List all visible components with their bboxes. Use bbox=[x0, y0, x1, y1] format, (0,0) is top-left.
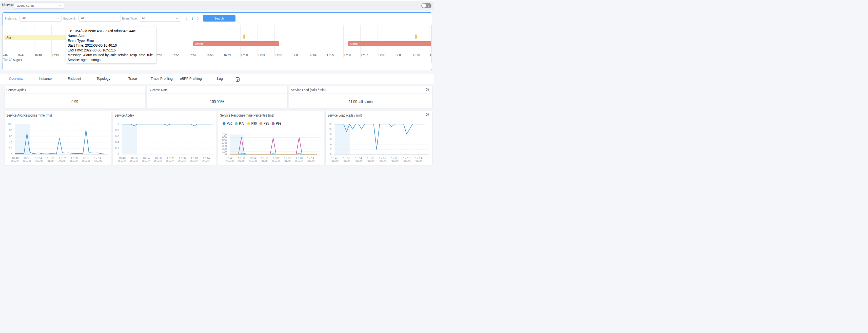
metric-value: 100.00% bbox=[161, 99, 273, 104]
tab-endpoint[interactable]: Endpoint bbox=[61, 74, 88, 84]
tooltip-line: Message: Alarm caused by Rule service_re… bbox=[68, 52, 143, 57]
timeline-gridline-stub bbox=[309, 51, 309, 58]
chart-xtick-label: 16:54 bbox=[143, 157, 150, 160]
timeline-axis-label: 17:05 bbox=[327, 53, 334, 57]
legend-label-p90[interactable]: P90 bbox=[251, 121, 257, 126]
timeline-axis-label: 17:08 bbox=[378, 53, 385, 57]
timeline-axis-label: 17:01 bbox=[258, 53, 265, 57]
chart-ytick-label: 4 bbox=[330, 143, 332, 146]
chart-ytick-label: 2 bbox=[330, 148, 332, 151]
info-icon[interactable] bbox=[426, 88, 429, 91]
tab-log[interactable]: Log bbox=[207, 74, 233, 84]
metric-value-unit: calls / min bbox=[358, 99, 373, 104]
event-item-error[interactable]: Alarm bbox=[193, 41, 279, 47]
chart-ytick-label: 10 bbox=[329, 128, 332, 131]
chart-ytick-label: 600 bbox=[222, 136, 227, 139]
chart-xtick-label: 17:06 bbox=[391, 157, 398, 160]
chart-xtick-label: 16:54 bbox=[35, 157, 42, 160]
metric-card-title: Service Load (calls / min) bbox=[291, 88, 326, 92]
chart-xtick-sublabel: 08–30 bbox=[226, 160, 234, 163]
event-item-error[interactable]: Alarm bbox=[348, 41, 431, 47]
tab-instance[interactable]: Instance bbox=[32, 74, 59, 84]
filter-label-event-type: Event Type: bbox=[122, 17, 137, 20]
chart-xtick-sublabel: 08–30 bbox=[142, 160, 150, 163]
chart-xtick-sublabel: 08–30 bbox=[23, 160, 31, 163]
timeline-gridline bbox=[377, 25, 378, 51]
chart-xtick-label: 17:02 bbox=[273, 157, 280, 160]
timeline-major-label: Tue 30 August bbox=[3, 58, 22, 62]
legend-marker-p95[interactable] bbox=[259, 122, 262, 125]
chart-xtick-sublabel: 08–30 bbox=[238, 160, 245, 163]
tab-topology[interactable]: Topology bbox=[90, 74, 117, 84]
tooltip-line: Service: agent::songs bbox=[68, 57, 143, 62]
chart-xtick-sublabel: 08–30 bbox=[154, 160, 162, 163]
metric-card-header: Service Load (calls / min) bbox=[289, 86, 432, 93]
timeline-gridline bbox=[326, 25, 327, 51]
chart-xtick-label: 16:50 bbox=[238, 157, 245, 160]
timeline-gridline bbox=[309, 25, 309, 51]
legend-marker-p50[interactable] bbox=[223, 122, 225, 125]
filter-label-endpoint: Endpoint: bbox=[63, 17, 76, 20]
timeline-gridline-stub bbox=[223, 51, 223, 58]
tooltip-line: Event Type: Error bbox=[68, 38, 143, 43]
chart-xtick-label: 16:54 bbox=[249, 157, 256, 160]
pagination-page-number[interactable]: 1 bbox=[191, 17, 193, 21]
timeline-gridline bbox=[240, 25, 241, 51]
legend-label-p95[interactable]: P95 bbox=[264, 121, 269, 126]
chart-mark-area bbox=[122, 124, 137, 154]
chart-xtick-label: 16:46 bbox=[331, 157, 338, 160]
tab-trace-profiling[interactable]: Trace Profiling bbox=[149, 74, 175, 84]
chart-ytick-label: 700 bbox=[222, 133, 227, 136]
chart-xtick-label: 17:14 bbox=[94, 157, 101, 160]
chart-ytick-label: 0.6 bbox=[115, 135, 119, 138]
chart-ytick-label: 0.2 bbox=[115, 147, 119, 150]
service-select-value: agent::songs bbox=[17, 4, 34, 7]
timeline-axis-label: 17:03 bbox=[292, 53, 299, 57]
metric-card-service-load-calls-min: Service Load (calls / min) 11.00calls / … bbox=[289, 86, 432, 108]
chart-ytick-label: 80 bbox=[9, 129, 12, 132]
legend-label-p50[interactable]: P50 bbox=[227, 121, 232, 126]
legend-label-p75[interactable]: P75 bbox=[239, 121, 244, 126]
chart-ytick-label: 60 bbox=[9, 135, 12, 138]
pagination-next-icon[interactable] bbox=[196, 17, 199, 20]
event-item-warning[interactable] bbox=[415, 34, 417, 39]
tab-trace[interactable]: Trace bbox=[120, 74, 146, 84]
chart-xtick-sublabel: 08–30 bbox=[118, 160, 126, 163]
instance-select[interactable]: All bbox=[20, 15, 62, 22]
endpoint-input[interactable]: All bbox=[78, 15, 121, 22]
tab-overview[interactable]: Overview bbox=[3, 74, 29, 84]
chart-ytick-label: 0 bbox=[117, 153, 119, 156]
chart-plot: 02040608010016:4608–3016:5008–3016:5408–… bbox=[5, 111, 111, 165]
chart-xtick-label: 17:10 bbox=[403, 157, 410, 160]
metric-value-number: 11.00 bbox=[349, 99, 357, 104]
timeline-axis-label: 17:10 bbox=[412, 53, 420, 57]
service-select[interactable]: agent::songs bbox=[14, 2, 64, 9]
legend-label-p99[interactable]: P99 bbox=[276, 121, 281, 126]
event-panel: Instance:AllEndpoint:AllEvent Type:All1S… bbox=[3, 12, 432, 70]
event-tooltip: ID: 1064f23a-6eac-4812-a7cd-5d9a84d944c1… bbox=[66, 27, 156, 63]
chart-ytick-label: 400 bbox=[222, 142, 227, 145]
version-toggle[interactable]: V bbox=[421, 3, 431, 9]
legend-marker-p75[interactable] bbox=[235, 122, 238, 125]
chart-xtick-sublabel: 08–30 bbox=[35, 160, 43, 163]
pagination-prev-icon[interactable] bbox=[185, 17, 188, 20]
chart-plot: 00.20.40.60.8116:4608–3016:5008–3016:540… bbox=[113, 111, 217, 165]
chart-xtick-label: 16:58 bbox=[261, 157, 268, 160]
chart-xtick-label: 16:46 bbox=[12, 157, 19, 160]
chevron-down-icon bbox=[56, 18, 59, 20]
search-button[interactable]: Search bbox=[203, 15, 236, 22]
metric-value: 11.00calls / min bbox=[304, 99, 418, 104]
chart-xtick-sublabel: 08–30 bbox=[391, 160, 399, 163]
clipboard-icon[interactable] bbox=[236, 77, 240, 82]
chart-ytick-label: 0 bbox=[11, 153, 12, 156]
timeline-axis-label: 16:48 bbox=[35, 53, 42, 57]
timeline-axis-label: 16:58 bbox=[206, 53, 213, 57]
chart-xtick-sublabel: 08–30 bbox=[178, 160, 186, 163]
chart-xtick-sublabel: 08–30 bbox=[379, 160, 386, 163]
tab-ebpf-profiling[interactable]: eBPF Profiling bbox=[178, 74, 204, 84]
legend-marker-p99[interactable] bbox=[272, 122, 275, 125]
event-type-select[interactable]: All bbox=[139, 15, 181, 22]
event-item-warning[interactable] bbox=[243, 34, 245, 39]
endpoint-value: All bbox=[81, 17, 84, 20]
legend-marker-p90[interactable] bbox=[247, 122, 250, 125]
